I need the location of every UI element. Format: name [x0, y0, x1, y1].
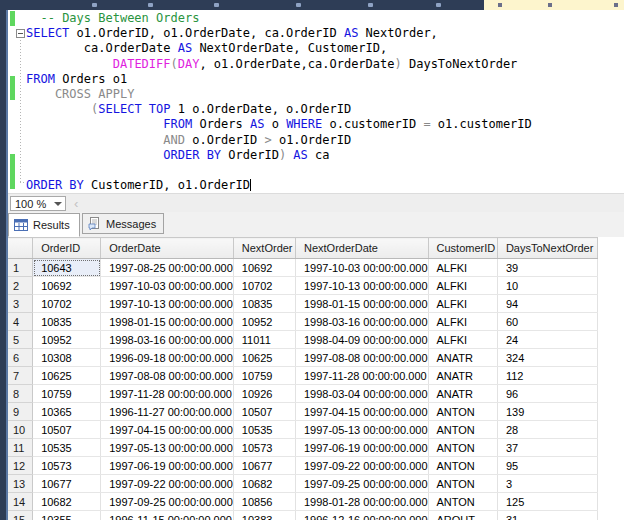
grid-cell[interactable]: 24: [497, 331, 597, 349]
grid-cell[interactable]: 10625: [33, 367, 101, 385]
grid-cell[interactable]: 1998-03-16 00:00:00.000: [101, 331, 234, 349]
grid-cell[interactable]: 10677: [233, 457, 295, 475]
row-number[interactable]: 7: [8, 367, 33, 385]
grid-cell[interactable]: ALFKI: [428, 331, 497, 349]
editor-h-scrollbar[interactable]: ‹: [70, 196, 622, 211]
grid-cell[interactable]: ALFKI: [428, 295, 497, 313]
grid-cell[interactable]: 94: [497, 295, 597, 313]
row-number[interactable]: 13: [8, 475, 33, 493]
grid-cell[interactable]: 1997-11-28 00:00:00.000: [101, 385, 234, 403]
grid-cell[interactable]: ANTON: [428, 475, 497, 493]
grid-cell[interactable]: 11011: [233, 331, 295, 349]
grid-cell[interactable]: 1997-11-28 00:00:00.000: [295, 367, 428, 385]
grid-cell[interactable]: 1997-09-22 00:00:00.000: [295, 457, 428, 475]
grid-cell[interactable]: ANATR: [428, 349, 497, 367]
column-header-nextorder[interactable]: NextOrder: [233, 238, 295, 259]
grid-cell[interactable]: 1997-09-25 00:00:00.000: [101, 493, 234, 511]
grid-cell[interactable]: ANTON: [428, 457, 497, 475]
row-number[interactable]: 12: [8, 457, 33, 475]
grid-cell[interactable]: 10702: [233, 277, 295, 295]
select-all-corner[interactable]: [8, 238, 33, 259]
grid-cell[interactable]: 10682: [233, 475, 295, 493]
grid-cell[interactable]: 10573: [33, 457, 101, 475]
grid-cell[interactable]: 10926: [233, 385, 295, 403]
row-number[interactable]: 3: [8, 295, 33, 313]
column-header-nextorderdate[interactable]: NextOrderDate: [295, 238, 428, 259]
grid-cell[interactable]: 125: [497, 493, 597, 511]
column-header-customerid[interactable]: CustomerID: [428, 238, 497, 259]
grid-cell[interactable]: ANATR: [428, 367, 497, 385]
grid-cell[interactable]: 10308: [33, 349, 101, 367]
grid-cell[interactable]: 10383: [233, 511, 295, 520]
grid-cell[interactable]: 60: [497, 313, 597, 331]
code-area[interactable]: -- Days Between OrdersSELECT o1.OrderID,…: [26, 11, 624, 193]
grid-cell[interactable]: 1997-10-03 00:00:00.000: [295, 259, 428, 277]
grid-cell[interactable]: 10507: [233, 403, 295, 421]
grid-cell[interactable]: 28: [497, 421, 597, 439]
grid-cell[interactable]: 10625: [233, 349, 295, 367]
row-number[interactable]: 10: [8, 421, 33, 439]
row-number[interactable]: 14: [8, 493, 33, 511]
grid-cell[interactable]: 10835: [233, 295, 295, 313]
grid-cell[interactable]: 10702: [33, 295, 101, 313]
grid-cell[interactable]: ANATR: [428, 385, 497, 403]
grid-cell[interactable]: 10355: [33, 511, 101, 520]
grid-cell[interactable]: 96: [497, 385, 597, 403]
grid-cell[interactable]: 1998-01-15 00:00:00.000: [295, 295, 428, 313]
grid-cell[interactable]: 1996-11-15 00:00:00.000: [101, 511, 234, 520]
grid-cell[interactable]: 37: [497, 439, 597, 457]
row-number[interactable]: 5: [8, 331, 33, 349]
grid-cell[interactable]: 324: [497, 349, 597, 367]
column-header-daystonextorder[interactable]: DaysToNextOrder: [497, 238, 597, 259]
grid-cell[interactable]: 1996-12-16 00:00:00.000: [295, 511, 428, 520]
grid-cell[interactable]: 10952: [33, 331, 101, 349]
grid-cell[interactable]: 1997-04-15 00:00:00.000: [101, 421, 234, 439]
grid-cell[interactable]: 1998-01-28 00:00:00.000: [295, 493, 428, 511]
grid-cell[interactable]: ANTON: [428, 493, 497, 511]
grid-cell[interactable]: 10835: [33, 313, 101, 331]
row-number[interactable]: 6: [8, 349, 33, 367]
grid-cell[interactable]: ANTON: [428, 403, 497, 421]
grid-cell[interactable]: 1997-10-13 00:00:00.000: [101, 295, 234, 313]
grid-cell[interactable]: 1998-03-16 00:00:00.000: [295, 313, 428, 331]
row-number[interactable]: 11: [8, 439, 33, 457]
grid-cell[interactable]: 112: [497, 367, 597, 385]
grid-cell[interactable]: 39: [497, 259, 597, 277]
grid-cell[interactable]: 1997-08-08 00:00:00.000: [295, 349, 428, 367]
row-number[interactable]: 1: [8, 259, 33, 277]
grid-cell[interactable]: 10692: [233, 259, 295, 277]
grid-cell[interactable]: 139: [497, 403, 597, 421]
grid-cell[interactable]: ANTON: [428, 421, 497, 439]
grid-cell[interactable]: 10573: [233, 439, 295, 457]
grid-cell[interactable]: 1996-09-18 00:00:00.000: [101, 349, 234, 367]
grid-cell[interactable]: 1998-03-04 00:00:00.000: [295, 385, 428, 403]
grid-cell[interactable]: 10535: [33, 439, 101, 457]
grid-cell[interactable]: 10677: [33, 475, 101, 493]
grid-cell[interactable]: ALFKI: [428, 313, 497, 331]
column-header-orderid[interactable]: OrderID: [33, 238, 101, 259]
row-number[interactable]: 4: [8, 313, 33, 331]
grid-cell[interactable]: 10507: [33, 421, 101, 439]
grid-cell[interactable]: 10952: [233, 313, 295, 331]
grid-cell[interactable]: 1997-06-19 00:00:00.000: [101, 457, 234, 475]
tab-messages[interactable]: Messages: [82, 213, 164, 234]
grid-cell[interactable]: 1997-09-22 00:00:00.000: [101, 475, 234, 493]
query-editor[interactable]: -- Days Between OrdersSELECT o1.OrderID,…: [8, 10, 624, 193]
collapse-region-button[interactable]: [16, 29, 25, 38]
tab-results[interactable]: Results: [8, 213, 80, 237]
grid-cell[interactable]: 10692: [33, 277, 101, 295]
grid-cell[interactable]: 1997-08-08 00:00:00.000: [101, 367, 234, 385]
grid-cell[interactable]: 10856: [233, 493, 295, 511]
grid-cell[interactable]: 1997-08-25 00:00:00.000: [101, 259, 234, 277]
row-number[interactable]: 9: [8, 403, 33, 421]
grid-cell[interactable]: ANTON: [428, 439, 497, 457]
column-header-orderdate[interactable]: OrderDate: [101, 238, 234, 259]
grid-cell[interactable]: 10535: [233, 421, 295, 439]
row-number[interactable]: 8: [8, 385, 33, 403]
grid-cell[interactable]: 1997-06-19 00:00:00.000: [295, 439, 428, 457]
grid-cell[interactable]: 10: [497, 277, 597, 295]
grid-cell[interactable]: 10682: [33, 493, 101, 511]
row-number[interactable]: 2: [8, 277, 33, 295]
grid-cell[interactable]: 1996-11-27 00:00:00.000: [101, 403, 234, 421]
grid-cell[interactable]: 1997-09-25 00:00:00.000: [295, 475, 428, 493]
